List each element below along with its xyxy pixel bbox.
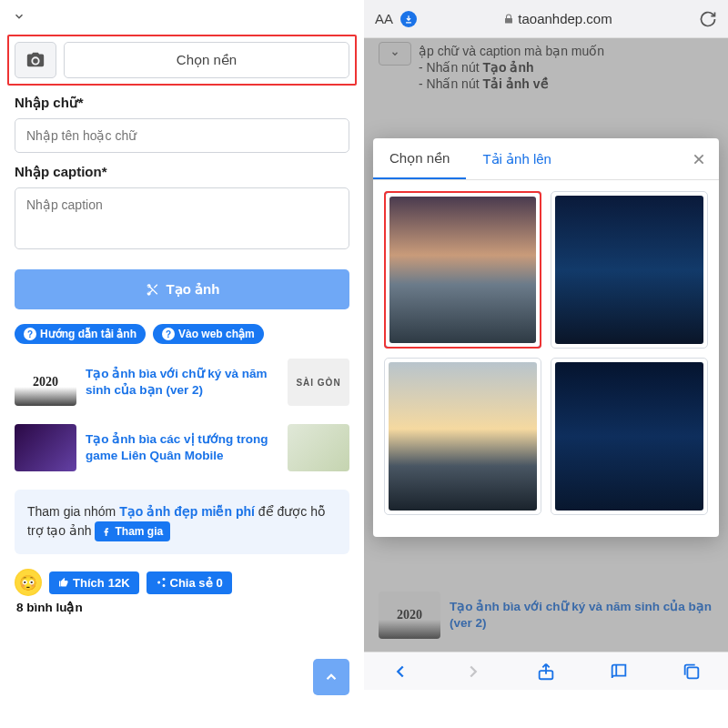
camera-button[interactable] [15,42,56,78]
chevron-up-icon [323,669,339,685]
chevron-down-icon [13,10,25,23]
phone-screen-left: Chọn nền Nhập chữ* Nhập caption* Tạo ảnh… [0,0,364,728]
highlight-box: Chọn nền [7,35,357,86]
caption-label: Nhập caption* [15,164,349,180]
facebook-icon [102,527,111,536]
comments-count[interactable]: 8 bình luận [0,598,364,616]
tabs-icon[interactable] [682,662,702,682]
url-text: taoanhdep.com [518,11,612,26]
text-size-button[interactable]: AA [375,11,393,26]
related-item-2[interactable]: Tạo ảnh bìa các vị tướng trong game Liên… [0,415,364,480]
url-display[interactable]: taoanhdep.com [424,11,692,26]
share-button[interactable]: Chia sẻ 0 [147,571,232,594]
related-item-1[interactable]: 2020 Tạo ảnh bìa với chữ ký và năm sinh … [0,349,364,415]
modal-tabs: Chọn nền Tải ảnh lên [373,138,719,180]
phone-screen-right: AA taoanhdep.com ập chữ và caption mà bạ… [364,0,728,728]
download-indicator[interactable] [400,11,417,27]
bg-option-3[interactable] [384,358,541,515]
share-icon [156,577,167,588]
related-title: Tạo ảnh bìa các vị tướng trong game Liên… [86,431,278,463]
help-download-pill[interactable]: ? Hướng dẫn tải ảnh [15,324,146,344]
download-arrow-icon [404,15,413,24]
night-city-thumb [555,362,703,511]
svg-rect-3 [687,667,698,678]
like-count: 12K [108,576,130,590]
city-thumb [389,197,536,343]
lock-icon [503,14,514,25]
bg-image-grid [373,180,719,526]
choose-background-button[interactable]: Chọn nền [64,42,349,78]
sunset-thumb [389,362,537,511]
question-icon: ? [24,328,36,340]
bg-option-4[interactable] [551,358,708,515]
like-button[interactable]: Thích 12K [49,571,139,594]
text-input[interactable] [15,118,349,153]
help-pill-row: ? Hướng dẫn tải ảnh ? Vào web chậm [0,318,364,349]
safari-toolbar [364,652,728,690]
bg-option-1[interactable] [384,191,541,349]
collapse-bar[interactable] [0,0,364,33]
scissors-icon [145,282,159,297]
bridge-thumb [555,196,703,344]
share-label: Chia sẻ [170,576,213,590]
share-icon[interactable] [536,662,556,682]
help-pill-1-label: Hướng dẫn tải ảnh [40,328,136,340]
related-thumb-2 [288,424,349,471]
tab-upload[interactable]: Tải ảnh lên [466,138,568,179]
group-text-1: Tham gia nhóm [27,504,119,519]
bg-option-2[interactable] [551,191,708,349]
caption-input[interactable] [15,187,349,249]
thumb-up-icon [58,577,69,588]
scroll-to-top-button[interactable] [313,659,349,695]
join-label: Tham gia [115,523,163,540]
text-label: Nhập chữ* [15,95,349,111]
safari-address-bar: AA taoanhdep.com [364,0,728,38]
forward-icon [463,662,483,682]
caption-field-group: Nhập caption* [0,160,364,260]
help-pill-2-label: Vào web chậm [178,328,255,340]
background-picker-modal: Chọn nền Tải ảnh lên [373,138,719,537]
group-link[interactable]: Tạo ảnh đẹp miễn phí [119,504,255,519]
like-label: Thích [73,576,105,590]
create-button-label: Tạo ảnh [167,281,220,298]
page-background: ập chữ và caption mà bạn muốn - Nhấn nút… [364,38,728,690]
close-button[interactable] [679,152,719,167]
share-count: 0 [217,576,223,590]
question-icon: ? [162,328,175,340]
close-icon [692,152,706,167]
related-title: Tạo ảnh bìa với chữ ký và năm sinh của b… [86,366,278,398]
tab-choose-bg[interactable]: Chọn nền [373,138,466,179]
related-thumb [15,424,76,471]
reaction-emoji[interactable]: 😳 [15,569,42,596]
join-group-box: Tham gia nhóm Tạo ảnh đẹp miễn phí để đư… [15,490,349,554]
text-field-group: Nhập chữ* [0,91,364,160]
camera-icon [25,50,46,70]
social-row: 😳 Thích 12K Chia sẻ 0 [0,563,364,598]
create-image-button[interactable]: Tạo ảnh [15,269,349,309]
related-thumb: 2020 [15,359,76,406]
reload-icon[interactable] [699,10,717,28]
slow-web-pill[interactable]: ? Vào web chậm [153,324,264,344]
bookmarks-icon[interactable] [609,662,629,682]
back-icon[interactable] [390,662,410,682]
related-thumb-2: SÀI GÒN [288,359,349,406]
join-group-button[interactable]: Tham gia [95,521,170,541]
